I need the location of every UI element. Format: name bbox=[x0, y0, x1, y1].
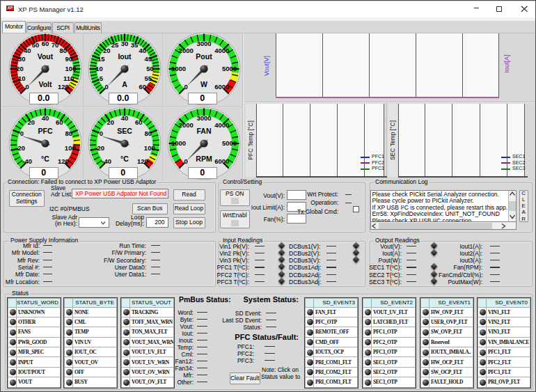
svg-text:55: 55 bbox=[144, 75, 152, 82]
svg-text:Pout: Pout bbox=[196, 52, 212, 61]
svg-text:0: 0 bbox=[184, 83, 188, 91]
svg-text:40: 40 bbox=[24, 47, 31, 54]
svg-text:-20: -20 bbox=[95, 144, 104, 152]
svg-text:120: 120 bbox=[137, 157, 148, 165]
svg-text:120: 120 bbox=[58, 83, 69, 91]
svg-text:-20: -20 bbox=[15, 144, 25, 152]
svg-text:20: 20 bbox=[16, 65, 24, 72]
svg-text:Volt: Volt bbox=[38, 79, 52, 88]
svg-text:0: 0 bbox=[100, 130, 103, 137]
svg-text:4000: 4000 bbox=[214, 47, 229, 54]
svg-text:0: 0 bbox=[26, 83, 29, 91]
svg-text:60: 60 bbox=[139, 83, 147, 91]
svg-text:-40: -40 bbox=[102, 157, 111, 165]
svg-text:6000: 6000 bbox=[214, 157, 229, 165]
svg-text:4000: 4000 bbox=[214, 121, 229, 129]
svg-text:100: 100 bbox=[65, 144, 76, 152]
svg-text:1000: 1000 bbox=[171, 65, 186, 72]
svg-text:60: 60 bbox=[56, 118, 63, 125]
svg-text:3000: 3000 bbox=[196, 113, 211, 121]
svg-text:RPM: RPM bbox=[196, 154, 212, 162]
svg-text:0: 0 bbox=[184, 157, 188, 165]
svg-text:15: 15 bbox=[97, 55, 105, 63]
svg-text:20: 20 bbox=[107, 118, 114, 125]
svg-text:0: 0 bbox=[105, 83, 109, 91]
svg-text:45: 45 bbox=[144, 55, 152, 63]
svg-text:2000: 2000 bbox=[179, 47, 194, 54]
svg-text:35: 35 bbox=[131, 41, 139, 49]
svg-text:FAN: FAN bbox=[197, 127, 212, 135]
svg-text:6000: 6000 bbox=[214, 83, 229, 91]
svg-text:3000: 3000 bbox=[196, 39, 211, 47]
svg-text:10: 10 bbox=[95, 65, 103, 72]
svg-text:25: 25 bbox=[111, 41, 119, 49]
svg-text:60: 60 bbox=[135, 118, 143, 125]
svg-text:20: 20 bbox=[103, 47, 111, 54]
svg-text:50: 50 bbox=[32, 41, 40, 49]
svg-text:80: 80 bbox=[144, 130, 152, 137]
svg-text:70: 70 bbox=[52, 41, 59, 49]
svg-text:90: 90 bbox=[65, 55, 72, 63]
svg-text:40: 40 bbox=[42, 113, 49, 121]
svg-text:5000: 5000 bbox=[222, 139, 237, 147]
svg-text:30: 30 bbox=[121, 39, 129, 47]
svg-text:W: W bbox=[200, 79, 207, 88]
svg-text:5: 5 bbox=[100, 75, 104, 82]
svg-text:100: 100 bbox=[144, 144, 155, 152]
svg-text:5000: 5000 bbox=[222, 65, 237, 72]
svg-text:SEC: SEC bbox=[117, 127, 132, 135]
svg-text:20: 20 bbox=[27, 118, 35, 125]
svg-text:120: 120 bbox=[58, 157, 69, 165]
svg-text:60: 60 bbox=[42, 39, 49, 47]
svg-text:40: 40 bbox=[139, 47, 147, 54]
svg-text:Vout: Vout bbox=[38, 52, 54, 61]
svg-text:110: 110 bbox=[63, 75, 74, 82]
svg-text:-40: -40 bbox=[22, 157, 32, 165]
svg-text:2000: 2000 bbox=[179, 121, 194, 129]
svg-text:80: 80 bbox=[65, 130, 72, 137]
svg-text:°C: °C bbox=[120, 154, 129, 162]
svg-text:10: 10 bbox=[18, 75, 26, 82]
svg-text:0: 0 bbox=[20, 130, 24, 137]
svg-text:80: 80 bbox=[60, 47, 68, 54]
svg-text:Iout: Iout bbox=[118, 52, 132, 61]
svg-text:°C: °C bbox=[41, 154, 49, 162]
svg-text:50: 50 bbox=[146, 65, 154, 72]
svg-text:30: 30 bbox=[18, 55, 26, 63]
svg-text:100: 100 bbox=[65, 65, 77, 72]
svg-text:A: A bbox=[122, 79, 127, 88]
svg-text:40: 40 bbox=[121, 113, 129, 121]
svg-text:PFC: PFC bbox=[38, 127, 53, 135]
svg-text:1000: 1000 bbox=[171, 139, 186, 147]
